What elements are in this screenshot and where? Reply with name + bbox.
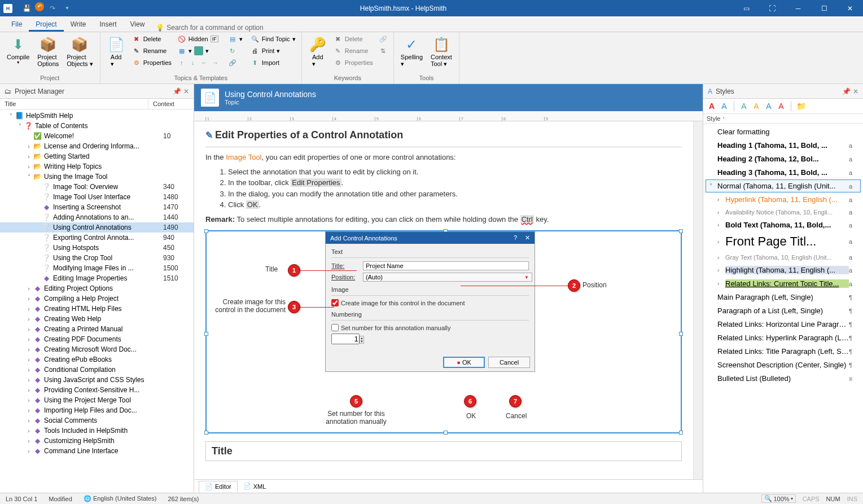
tree-row[interactable]: ❔Image Tool: Overview340 (0, 182, 194, 192)
style-row[interactable]: Heading 3 (Tahoma, 11, Bold, ...a (706, 166, 861, 179)
style-b-icon[interactable]: A (719, 101, 729, 111)
tab-project[interactable]: Project (29, 17, 63, 32)
add-keyword-button[interactable]: 🔑Add▾ (305, 33, 330, 70)
template-button[interactable]: ▤▾ (226, 33, 245, 45)
tree-row[interactable]: ◆Editing Image Properties1510 (0, 273, 194, 283)
topic-tree[interactable]: ˅📘HelpSmith Help˅❓Table of Contents✅Welc… (0, 109, 194, 493)
focus-icon[interactable]: ⛶ (759, 0, 785, 16)
style-row[interactable]: Related Links: Title Paragraph (Left, Si… (706, 345, 861, 358)
minimize-icon[interactable]: ─ (785, 0, 811, 16)
style-f-icon[interactable]: A (776, 101, 786, 111)
tree-row[interactable]: ›◆Social Comments (0, 415, 194, 426)
folder-icon[interactable]: 📁 (796, 101, 806, 111)
link-button[interactable]: 🔗 (226, 57, 245, 68)
maximize-icon[interactable]: ☐ (811, 0, 837, 16)
redo-icon[interactable]: ↷ (46, 2, 59, 15)
properties-button[interactable]: ⚙Properties (130, 57, 174, 68)
style-row[interactable]: ›Related Links: Current Topic Title...a (706, 277, 861, 290)
tree-row[interactable]: ❔Using Hotspots450 (0, 243, 194, 253)
clear-formatting[interactable]: Clear formatting (706, 125, 861, 138)
tree-row[interactable]: ›📂Getting Started (0, 151, 194, 161)
tree-row[interactable]: ❔Exporting Control Annota...940 (0, 233, 194, 243)
find-topic-button[interactable]: 🔍Find Topic ▾ (248, 33, 298, 45)
tree-row[interactable]: ›◆Providing Context-Sensitive H... (0, 385, 194, 395)
tab-xml[interactable]: 📄XML (238, 481, 272, 492)
pin-icon[interactable]: 📌 (842, 87, 851, 95)
spelling-button[interactable]: ✓Spelling▾ (397, 33, 426, 70)
ribbon-display-icon[interactable]: ▭ (733, 0, 759, 16)
style-row[interactable]: Screenshot Description (Center, Single)¶ (706, 358, 861, 371)
panel-close-icon[interactable]: ✕ (853, 87, 858, 95)
rename-button[interactable]: ✎Rename (130, 45, 174, 56)
tree-row[interactable]: ›◆Compiling a Help Project (0, 293, 194, 304)
tree-row[interactable]: ›◆Editing Project Options (0, 283, 194, 293)
tree-row[interactable]: ❔Using Control Annotations1490 (0, 222, 194, 233)
style-row[interactable]: Paragraph of a List (Left, Single)¶ (706, 304, 861, 317)
ruler[interactable]: 123456789 (194, 111, 703, 121)
style-d-icon[interactable]: A (751, 101, 761, 111)
tree-row[interactable]: ›◆Command Line Interface (0, 446, 194, 456)
style-row[interactable]: ›Highlight (Tahoma, 11, English (...a (706, 264, 861, 277)
undo-icon[interactable]: ↶ (35, 2, 44, 11)
tree-row[interactable]: ›◆Creating PDF Documents (0, 334, 194, 344)
tree-row[interactable]: ›◆Creating a Printed Manual (0, 324, 194, 334)
language-status[interactable]: 🌐 English (United States) (84, 495, 157, 502)
tree-row[interactable]: ›◆Tools Included in HelpSmith (0, 426, 194, 436)
style-row[interactable]: ›Availability Notice (Tahoma, 10, Engli.… (706, 207, 861, 218)
tree-row[interactable]: ˅📂Using the Image Tool (0, 172, 194, 182)
import-button[interactable]: ⬆Import (248, 57, 298, 68)
editor-scrollbar[interactable] (693, 121, 703, 479)
tree-row[interactable]: ❔Adding Annotations to an...1440 (0, 212, 194, 222)
project-objects-button[interactable]: 📦ProjectObjects ▾ (63, 33, 96, 70)
tree-row[interactable]: ˅📘HelpSmith Help (0, 111, 194, 121)
tree-row[interactable]: ›◆Creating Web Help (0, 314, 194, 324)
style-a-icon[interactable]: A (707, 101, 717, 111)
style-row[interactable]: Related Links: Horizontal Line Paragraph… (706, 318, 861, 331)
layout-button[interactable]: ▦▾ ▾ (175, 45, 222, 56)
delete-button[interactable]: ✖Delete (130, 33, 174, 45)
tree-row[interactable]: ›◆Importing Help Files and Doc... (0, 405, 194, 415)
save-icon[interactable]: 💾 (20, 2, 33, 15)
tab-insert[interactable]: Insert (93, 17, 123, 32)
qat-dropdown-icon[interactable]: ▼ (61, 2, 73, 15)
print-button[interactable]: 🖨Print ▾ (248, 45, 298, 56)
style-row[interactable]: ›Front Page Titl...a (706, 232, 861, 251)
panel-close-icon[interactable]: ✕ (183, 87, 189, 95)
tree-row[interactable]: ›◆Conditional Compilation (0, 365, 194, 375)
tree-row[interactable]: ❔Image Tool User Interface1480 (0, 192, 194, 202)
style-dropdown[interactable]: Style ˅ (703, 114, 863, 124)
style-row[interactable]: Bulleted List (Bulleted)≡ (706, 372, 861, 385)
close-icon[interactable]: ✕ (837, 0, 863, 16)
tree-row[interactable]: ›◆Creating Microsoft Word Doc... (0, 344, 194, 354)
tree-row[interactable]: ›◆Customizing HelpSmith (0, 436, 194, 446)
tree-row[interactable]: ˅❓Table of Contents (0, 121, 194, 131)
zoom-control[interactable]: 🔍100%▾ (761, 494, 795, 503)
tree-row[interactable]: ›◆Using the Project Merge Tool (0, 395, 194, 405)
tab-editor[interactable]: 📄Editor (199, 481, 238, 493)
style-row[interactable]: Heading 1 (Tahoma, 11, Bold, ...a (706, 139, 861, 152)
refresh-button[interactable]: ↻ (226, 45, 245, 56)
style-row[interactable]: ›Gray Text (Tahoma, 10, English (Unit...… (706, 252, 861, 263)
tree-row[interactable]: ›📂License and Ordering Informa... (0, 141, 194, 151)
project-options-button[interactable]: 📦ProjectOptions (34, 33, 62, 69)
nav-button[interactable]: ↑↓←→ (175, 57, 222, 68)
tab-write[interactable]: Write (64, 17, 93, 32)
add-topic-button[interactable]: 📄Add▾ (104, 33, 129, 70)
tree-row[interactable]: ›◆Using JavaScript and CSS Styles (0, 375, 194, 385)
hidden-button[interactable]: 🚫HiddenIF (175, 33, 222, 45)
style-row[interactable]: ›Hyperlink (Tahoma, 11, English (...a (706, 193, 861, 206)
tree-row[interactable]: ❔Modifying Image Files in ...1500 (0, 263, 194, 273)
style-row[interactable]: Heading 2 (Tahoma, 12, Bol...a (706, 152, 861, 165)
tree-row[interactable]: ✅Welcome!10 (0, 131, 194, 141)
tree-row[interactable]: ›📂Writing Help Topics (0, 161, 194, 172)
style-row[interactable]: Related Links: Hyperlink Paragraph (Left… (706, 331, 861, 344)
pin-icon[interactable]: 📌 (173, 87, 181, 95)
tree-row[interactable]: ›◆Creating HTML Help Files (0, 304, 194, 314)
style-c-icon[interactable]: A (739, 101, 749, 111)
styles-list[interactable]: Clear formatting Heading 1 (Tahoma, 11, … (703, 124, 863, 493)
context-tool-button[interactable]: 📋ContextTool ▾ (427, 33, 455, 70)
screenshot-frame[interactable]: Add Control Annotations?✕ Text Title: Po… (205, 230, 682, 433)
search-command[interactable]: 💡 Search for a command or option (156, 24, 263, 32)
tree-row[interactable]: ›◆Creating ePub eBooks (0, 354, 194, 365)
style-row[interactable]: Main Paragraph (Left, Single)¶ (706, 291, 861, 304)
